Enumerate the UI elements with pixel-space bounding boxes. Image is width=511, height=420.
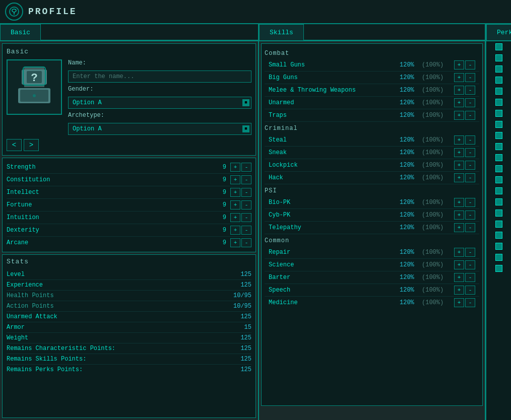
tab-perks[interactable]: Perks: [486, 24, 511, 40]
attr-minus-3[interactable]: -: [241, 200, 251, 209]
perk-dot-1[interactable]: [495, 54, 502, 61]
skill-minus-1-0[interactable]: -: [465, 135, 475, 145]
skill-values-0-2: 120% (100%): [400, 87, 452, 94]
perk-dot-12[interactable]: [495, 176, 502, 183]
attr-minus-0[interactable]: -: [241, 163, 251, 172]
perk-dot-4[interactable]: [495, 88, 502, 95]
skill-minus-3-0[interactable]: -: [465, 248, 475, 257]
skill-minus-3-3[interactable]: -: [465, 286, 475, 295]
skill-minus-3-1[interactable]: -: [465, 260, 475, 269]
attr-plus-1[interactable]: +: [230, 175, 240, 184]
skill-plus-1-3[interactable]: +: [454, 173, 464, 182]
skill-plus-3-1[interactable]: +: [454, 260, 464, 269]
svg-point-10: [33, 94, 36, 97]
tab-basic[interactable]: Basic: [0, 24, 41, 40]
attr-minus-6[interactable]: -: [241, 238, 251, 247]
perk-dot-17[interactable]: [495, 232, 502, 239]
name-input[interactable]: [68, 71, 251, 83]
attr-btn-group-5: + -: [230, 226, 251, 235]
skill-plus-0-0[interactable]: +: [454, 60, 464, 69]
skill-plus-3-4[interactable]: +: [454, 298, 464, 307]
skill-minus-0-3[interactable]: -: [465, 98, 475, 107]
perk-dot-9[interactable]: [495, 143, 502, 150]
perk-dot-5[interactable]: [495, 99, 502, 106]
skill-row: Bio-PK 120% (100%) + -: [265, 196, 479, 209]
skill-minus-2-1[interactable]: -: [465, 211, 475, 220]
skill-minus-1-1[interactable]: -: [465, 148, 475, 157]
perk-dot-10[interactable]: [495, 154, 502, 161]
main-content: Basic Basic ?: [0, 24, 511, 420]
skill-values-2-1: 120% (100%): [400, 212, 452, 219]
tab-skills[interactable]: Skills: [259, 24, 304, 40]
attr-row: Constitution 9 + -: [7, 174, 251, 186]
stat-row: Remains Skills Points: 125: [7, 354, 251, 365]
skill-minus-0-0[interactable]: -: [465, 60, 475, 69]
perk-dot-3[interactable]: [495, 77, 502, 84]
skill-values-0-3: 120% (100%): [400, 99, 452, 106]
perk-dot-14[interactable]: [495, 198, 502, 205]
skill-pct-2-2: 120%: [400, 224, 420, 231]
attr-plus-5[interactable]: +: [230, 226, 240, 235]
skill-plus-0-1[interactable]: +: [454, 73, 464, 82]
attr-minus-1[interactable]: -: [241, 175, 251, 184]
skill-plus-2-2[interactable]: +: [454, 223, 464, 232]
attr-value-4: 9: [211, 214, 226, 221]
next-avatar-button[interactable]: >: [24, 139, 39, 151]
perk-dot-2[interactable]: [495, 65, 502, 73]
attr-plus-3[interactable]: +: [230, 200, 240, 209]
attr-minus-4[interactable]: -: [241, 213, 251, 222]
skill-minus-1-3[interactable]: -: [465, 173, 475, 182]
skill-plus-2-0[interactable]: +: [454, 198, 464, 207]
perk-dot-7[interactable]: [495, 121, 502, 128]
skill-btn-group-1-2: + -: [454, 161, 475, 170]
perk-dot-15[interactable]: [495, 209, 502, 217]
perk-dot-19[interactable]: [495, 254, 502, 261]
prev-avatar-button[interactable]: <: [7, 139, 22, 151]
perk-dot-11[interactable]: [495, 165, 502, 172]
skill-plus-0-2[interactable]: +: [454, 86, 464, 95]
archetype-select[interactable]: Option A Option B: [68, 123, 251, 135]
skill-plus-3-0[interactable]: +: [454, 248, 464, 257]
avatar-nav-buttons: < >: [7, 139, 251, 151]
skill-plus-1-0[interactable]: +: [454, 135, 464, 145]
skill-plus-1-1[interactable]: +: [454, 148, 464, 157]
perk-dot-16[interactable]: [495, 221, 502, 228]
skill-values-0-4: 120% (100%): [400, 112, 452, 119]
skill-minus-0-4[interactable]: -: [465, 111, 475, 120]
gender-select[interactable]: Option A Option B: [68, 97, 251, 109]
skill-minus-3-2[interactable]: -: [465, 273, 475, 282]
skill-category-0: Combat: [265, 47, 479, 59]
perk-dot-18[interactable]: [495, 243, 502, 250]
perk-dot-6[interactable]: [495, 110, 502, 117]
attr-minus-5[interactable]: -: [241, 226, 251, 235]
attr-plus-2[interactable]: +: [230, 188, 240, 197]
tab-fill: [41, 24, 258, 40]
skill-plus-0-4[interactable]: +: [454, 111, 464, 120]
skill-minus-0-1[interactable]: -: [465, 73, 475, 82]
skill-row: Unarmed 120% (100%) + -: [265, 97, 479, 109]
skill-minus-1-2[interactable]: -: [465, 161, 475, 170]
skill-plus-1-2[interactable]: +: [454, 161, 464, 170]
skill-minus-2-0[interactable]: -: [465, 198, 475, 207]
perk-dot-20[interactable]: [495, 265, 502, 272]
attr-minus-2[interactable]: -: [241, 188, 251, 197]
skill-base-1-2: (100%): [422, 162, 452, 169]
perk-dot-13[interactable]: [495, 187, 502, 194]
skill-plus-3-3[interactable]: +: [454, 286, 464, 295]
stat-name-5: Armor: [7, 324, 244, 331]
skill-plus-3-2[interactable]: +: [454, 273, 464, 282]
perk-dot-8[interactable]: [495, 132, 502, 139]
stat-name-6: Weight: [7, 334, 240, 341]
skill-minus-3-4[interactable]: -: [465, 298, 475, 307]
attr-value-2: 9: [211, 189, 226, 196]
skill-minus-0-2[interactable]: -: [465, 86, 475, 95]
attr-plus-4[interactable]: +: [230, 213, 240, 222]
basic-top: ? Name: Gender:: [7, 59, 251, 135]
perk-dot-0[interactable]: [495, 43, 502, 50]
stat-row: Unarmed Attack 125: [7, 312, 251, 322]
skill-plus-2-1[interactable]: +: [454, 211, 464, 220]
skill-plus-0-3[interactable]: +: [454, 98, 464, 107]
attr-plus-6[interactable]: +: [230, 238, 240, 247]
skill-minus-2-2[interactable]: -: [465, 223, 475, 232]
attr-plus-0[interactable]: +: [230, 163, 240, 172]
